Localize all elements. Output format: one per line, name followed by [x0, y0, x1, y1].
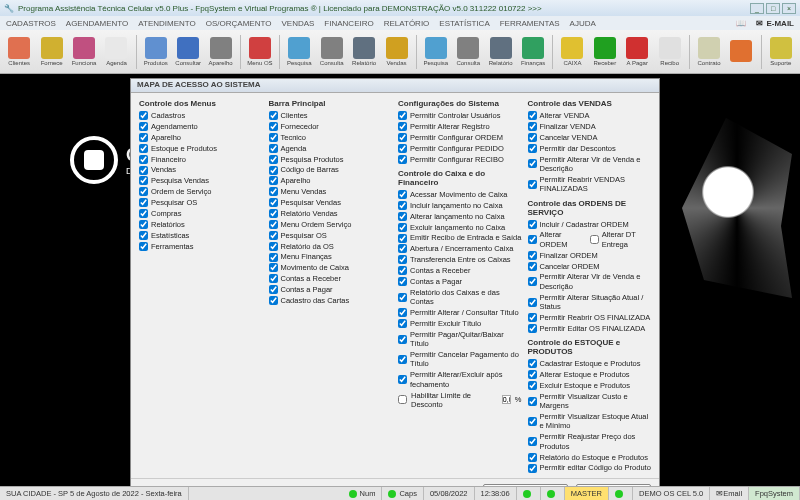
- checkbox-item[interactable]: Permitir Alterar / Consultar Título: [398, 308, 522, 317]
- email-button[interactable]: ✉ E-MAIL: [756, 19, 794, 28]
- checkbox-item[interactable]: Excluir lançamento no Caixa: [398, 223, 522, 232]
- checkbox-item[interactable]: Abertura / Encerramento Caixa: [398, 244, 522, 253]
- discount-limit-input[interactable]: [502, 395, 511, 404]
- checkbox-item[interactable]: Pesquisar OS: [269, 231, 393, 240]
- checkbox-item[interactable]: Código de Barras: [269, 165, 393, 174]
- checkbox-item[interactable]: Ordem de Serviço: [139, 187, 263, 196]
- checkbox-item[interactable]: Aparelho: [269, 176, 393, 185]
- checkbox-item[interactable]: Permitir Pagar/Quitar/Baixar Título: [398, 330, 522, 349]
- toolbar-pesquisa[interactable]: Pesquisa: [284, 32, 314, 72]
- toolbar-clientes[interactable]: Clientes: [4, 32, 34, 72]
- checkbox-item[interactable]: Estoque e Produtos: [139, 144, 263, 153]
- toolbar-caixa[interactable]: CAIXA: [557, 32, 587, 72]
- checkbox-item[interactable]: Contas a Pagar: [269, 285, 393, 294]
- checkbox-item[interactable]: Permitir Alterar Vlr de Venda e Descriçã…: [528, 155, 652, 174]
- toolbar-relatório[interactable]: Relatório: [349, 32, 379, 72]
- toolbar-relatório[interactable]: Relatório: [485, 32, 515, 72]
- checkbox-item[interactable]: Agendamento: [139, 122, 263, 131]
- checkbox-item[interactable]: Relatório dos Caixas e das Contas: [398, 288, 522, 307]
- toolbar-receber[interactable]: Receber: [590, 32, 620, 72]
- menu-agendamento[interactable]: AGENDAMENTO: [66, 19, 129, 28]
- menu-ajuda[interactable]: AJUDA: [570, 19, 596, 28]
- checkbox-item[interactable]: Permitir Reajustar Preço dos Produtos: [528, 432, 652, 451]
- checkbox-item[interactable]: Fornecedor: [269, 122, 393, 131]
- toolbar-pesquisa[interactable]: Pesquisa: [421, 32, 451, 72]
- toolbar-produtos[interactable]: Produtos: [141, 32, 171, 72]
- checkbox-item[interactable]: Movimento de Caixa: [269, 263, 393, 272]
- checkbox-item[interactable]: Contas a Pagar: [398, 277, 522, 286]
- checkbox-item[interactable]: Incluir lançamento no Caixa: [398, 201, 522, 210]
- checkbox-item[interactable]: Acessar Movimento de Caixa: [398, 190, 522, 199]
- status-email[interactable]: ✉ Email: [710, 487, 749, 500]
- checkbox-item[interactable]: Permitir Visualizar Custo e Margens: [528, 392, 652, 411]
- toolbar-contrato[interactable]: Contrato: [694, 32, 724, 72]
- checkbox-item[interactable]: Permitir Configurar ORDEM: [398, 133, 522, 142]
- checkbox-item[interactable]: Relatório da OS: [269, 242, 393, 251]
- menu-relatório[interactable]: RELATÓRIO: [384, 19, 430, 28]
- checkbox-item[interactable]: Tecnico: [269, 133, 393, 142]
- toolbar-funciona[interactable]: Funciona: [69, 32, 99, 72]
- minimize-button[interactable]: _: [750, 3, 764, 14]
- checkbox-item[interactable]: Alterar Estoque e Produtos: [528, 370, 652, 379]
- checkbox-item[interactable]: Ferramentas: [139, 242, 263, 251]
- checkbox-item[interactable]: Financeiro: [139, 155, 263, 164]
- checkbox-item[interactable]: Agenda: [269, 144, 393, 153]
- toolbar-recibo[interactable]: Recibo: [654, 32, 684, 72]
- checkbox-item[interactable]: Pesquisar OS: [139, 198, 263, 207]
- checkbox-item[interactable]: Cancelar VENDA: [528, 133, 652, 142]
- close-button[interactable]: ×: [782, 3, 796, 14]
- checkbox-item[interactable]: Menu Finanças: [269, 252, 393, 261]
- checkbox-item[interactable]: Permitir Cancelar Pagamento do Título: [398, 350, 522, 369]
- checkbox-item[interactable]: Contas a Receber: [398, 266, 522, 275]
- toolbar-suporte[interactable]: Suporte: [766, 32, 796, 72]
- checkbox-item[interactable]: Alterar VENDA: [528, 111, 652, 120]
- checkbox-item[interactable]: Incluir / Cadastrar ORDEM: [528, 220, 652, 229]
- checkbox-item[interactable]: Permitir Configurar RECIBO: [398, 155, 522, 164]
- menu-vendas[interactable]: VENDAS: [281, 19, 314, 28]
- checkbox-item[interactable]: Excluir Estoque e Produtos: [528, 381, 652, 390]
- toolbar-consulta[interactable]: Consulta: [453, 32, 483, 72]
- checkbox-item[interactable]: Relatórios: [139, 220, 263, 229]
- toolbar-fornece[interactable]: Fornece: [36, 32, 66, 72]
- checkbox-item[interactable]: Permitir dar Descontos: [528, 144, 652, 153]
- checkbox-item[interactable]: Emitir Recibo de Entrada e Saída: [398, 233, 522, 242]
- toolbar-aparelho[interactable]: Aparelho: [205, 32, 235, 72]
- checkbox-item[interactable]: Aparelho: [139, 133, 263, 142]
- help-icon[interactable]: 📖: [736, 19, 746, 28]
- checkbox-item[interactable]: Cadastro das Cartas: [269, 296, 393, 305]
- checkbox-item[interactable]: Permitir Configurar PEDIDO: [398, 144, 522, 153]
- checkbox-item[interactable]: Cadastros: [139, 111, 263, 120]
- checkbox-item[interactable]: Vendas: [139, 165, 263, 174]
- checkbox-item[interactable]: Permitir editar Código do Produto: [528, 463, 652, 472]
- toolbar-consulta[interactable]: Consulta: [316, 32, 346, 72]
- checkbox-item[interactable]: Permitir Controlar Usuários: [398, 111, 522, 120]
- checkbox-item[interactable]: Permitir Editar OS FINALIZADA: [528, 324, 652, 333]
- checkbox-item[interactable]: Cancelar ORDEM: [528, 262, 652, 271]
- checkbox-item[interactable]: Pesquisa Vendas: [139, 176, 263, 185]
- checkbox-item[interactable]: Permitir Excluir Título: [398, 319, 522, 328]
- checkbox-item[interactable]: Relatório Vendas: [269, 209, 393, 218]
- toolbar-consultar[interactable]: Consultar: [173, 32, 203, 72]
- menu-estatística[interactable]: ESTATÍSTICA: [439, 19, 489, 28]
- toolbar-a pagar[interactable]: A Pagar: [622, 32, 652, 72]
- checkbox-item[interactable]: Permitir Alterar Situação Atual / Status: [528, 293, 652, 312]
- toolbar-agenda[interactable]: Agenda: [101, 32, 131, 72]
- checkbox-item[interactable]: Permitir Reabrir OS FINALIZADA: [528, 313, 652, 322]
- menu-ferramentas[interactable]: FERRAMENTAS: [500, 19, 560, 28]
- toolbar-menu os[interactable]: Menu OS: [245, 32, 275, 72]
- checkbox-item[interactable]: Alterar ORDEMAlterar DT Entrega: [528, 230, 652, 249]
- checkbox-item[interactable]: Finalizar VENDA: [528, 122, 652, 131]
- checkbox-item[interactable]: Transferencia Entre os Caixas: [398, 255, 522, 264]
- checkbox-item[interactable]: Pesquisar Vendas: [269, 198, 393, 207]
- menu-os/orçamento[interactable]: OS/ORÇAMENTO: [206, 19, 272, 28]
- toolbar-item21[interactable]: [726, 32, 756, 72]
- checkbox-item[interactable]: Contas a Receber: [269, 274, 393, 283]
- checkbox-item[interactable]: Relatório do Estoque e Produtos: [528, 453, 652, 462]
- checkbox-item[interactable]: Permitir Alterar Registro: [398, 122, 522, 131]
- checkbox-item[interactable]: Pesquisa Produtos: [269, 155, 393, 164]
- checkbox-item[interactable]: Finalizar ORDEM: [528, 251, 652, 260]
- menu-cadastros[interactable]: CADASTROS: [6, 19, 56, 28]
- checkbox-item[interactable]: Permitir Alterar/Excluir após fechamento: [398, 370, 522, 389]
- checkbox-item[interactable]: Menu Ordem Serviço: [269, 220, 393, 229]
- checkbox-item[interactable]: Compras: [139, 209, 263, 218]
